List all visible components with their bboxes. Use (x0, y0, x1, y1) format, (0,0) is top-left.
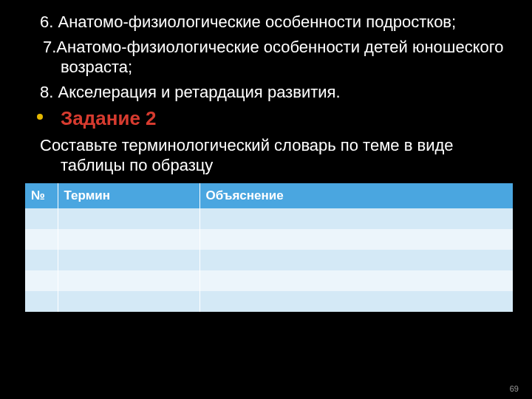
cell-explanation (200, 291, 513, 312)
slide: 6. Анатомо-физиологические особенности п… (0, 0, 532, 399)
col-header-explanation: Объяснение (200, 183, 513, 208)
bullet-icon (37, 114, 43, 120)
list-item-8: 8. Акселерация и ретардация развития. (21, 82, 511, 103)
table-row (25, 270, 513, 291)
table-row (25, 208, 513, 229)
list-item-6: 6. Анатомо-физиологические особенности п… (21, 12, 511, 33)
cell-term (58, 270, 200, 291)
cell-term (58, 291, 200, 312)
table-header-row: № Термин Объяснение (25, 183, 513, 208)
page-number: 69 (510, 384, 519, 393)
cell-num (25, 270, 58, 291)
col-header-number: № (25, 183, 58, 208)
cell-num (25, 250, 58, 270)
task-description: Составьте терминологический словарь по т… (21, 135, 511, 176)
list-item-7: 7.Анатомо-физиологические особенности де… (21, 37, 511, 78)
cell-explanation (200, 229, 513, 250)
table-row (25, 250, 513, 270)
glossary-table-wrap: № Термин Объяснение (25, 183, 511, 312)
col-header-term: Термин (58, 183, 200, 208)
cell-explanation (200, 250, 513, 270)
cell-num (25, 208, 58, 229)
cell-term (58, 208, 200, 229)
task-heading: Задание 2 (61, 107, 157, 129)
cell-num (25, 291, 58, 312)
table-row (25, 229, 513, 250)
cell-explanation (200, 270, 513, 291)
table-row (25, 291, 513, 312)
cell-num (25, 229, 58, 250)
cell-explanation (200, 208, 513, 229)
glossary-table: № Термин Объяснение (25, 183, 513, 312)
cell-term (58, 229, 200, 250)
cell-term (58, 250, 200, 270)
task-heading-row: Задание 2 (21, 106, 511, 131)
